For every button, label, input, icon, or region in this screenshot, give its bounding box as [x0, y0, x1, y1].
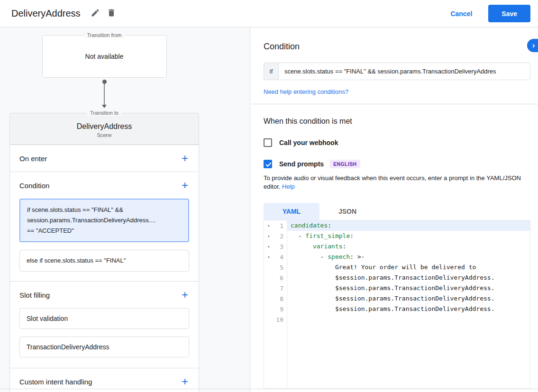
line-code: $session.params.TransactionDeliveryAddre… [287, 273, 530, 283]
transition-to-label: Transition to [87, 110, 121, 116]
editor-tabs: YAML JSON [264, 203, 530, 220]
editor-line[interactable]: ▾3 variants: [264, 241, 530, 252]
transition-from-label: Transition from [84, 32, 125, 38]
line-code: - first_simple: [287, 231, 530, 241]
transition-connector [100, 80, 109, 108]
scene-title: DeliveryAddress [10, 122, 199, 131]
trash-icon [107, 8, 116, 19]
slot-item[interactable]: TransactionDeliveryAddress [19, 337, 189, 357]
add-slot-button[interactable]: + [182, 289, 188, 301]
editor-line[interactable]: ▾4 - speech: >- [264, 252, 530, 262]
line-number: 4 [274, 254, 287, 261]
line-number: 6 [274, 274, 287, 282]
prompt-description: To provide audio or visual feedback when… [264, 174, 530, 191]
title-group: DeliveryAddress [11, 6, 119, 22]
editor-line[interactable]: 5 Great! Your order will be delivered to [264, 262, 530, 273]
on-enter-label: On enter [19, 155, 47, 163]
condition-item[interactable]: if scene.slots.status == "FINAL" && sess… [19, 199, 189, 242]
line-number: 10 [274, 316, 287, 323]
language-badge: ENGLISH [330, 160, 360, 168]
connector-dot [102, 80, 107, 84]
app: DeliveryAddress Cancel Save Transition f… [0, 0, 538, 392]
editor-line[interactable]: 10 [264, 314, 530, 325]
condition-row: Condition + [10, 172, 199, 199]
line-number: 2 [274, 233, 287, 240]
line-number: 3 [274, 243, 287, 250]
condition-section-label: Condition [19, 182, 49, 190]
line-number: 5 [274, 264, 287, 271]
tab-json[interactable]: JSON [319, 203, 375, 220]
scene-subtitle: Scene [10, 132, 199, 138]
chevron-right-icon: › [532, 41, 535, 50]
page-title: DeliveryAddress [11, 8, 81, 19]
transition-from-value: Not available [85, 53, 124, 60]
line-code: $session.params.TransactionDeliveryAddre… [287, 283, 530, 293]
line-number: 7 [274, 285, 287, 292]
bottom-divider [0, 389, 538, 389]
topbar-actions: Cancel Save [443, 5, 530, 22]
slot-filling-label: Slot filling [19, 291, 50, 299]
section-divider [250, 104, 538, 104]
condition-detail-panel: › Condition if Need help entering condit… [250, 27, 538, 392]
editor-line[interactable]: 9 $session.params.TransactionDeliveryAdd… [264, 304, 530, 314]
send-prompts-checkbox[interactable] [264, 160, 272, 168]
add-on-enter-button[interactable]: + [182, 153, 188, 164]
line-code: $session.params.TransactionDeliveryAddre… [287, 304, 530, 314]
add-condition-button[interactable]: + [182, 180, 188, 191]
editor-line[interactable]: 7 $session.params.TransactionDeliveryAdd… [264, 283, 530, 293]
yaml-editor-lines: ▾1candidates:▾2 - first_simple:▾3 varian… [264, 220, 530, 325]
line-code: - speech: >- [287, 252, 530, 262]
webhook-label: Call your webhook [279, 139, 338, 146]
condition-expression-row: if [264, 63, 530, 80]
section-slot-filling: Slot filling + Slot validation Transacti… [10, 281, 199, 357]
editor-line[interactable]: 6 $session.params.TransactionDeliveryAdd… [264, 273, 530, 283]
cancel-button[interactable]: Cancel [443, 6, 480, 21]
line-code: $session.params.TransactionDeliveryAddre… [287, 293, 530, 304]
condition-heading: Condition [264, 42, 530, 52]
prompt-description-text: To provide audio or visual feedback when… [264, 174, 521, 190]
connector-line [104, 84, 105, 105]
line-number: 8 [274, 295, 287, 302]
send-prompts-label: Send prompts [279, 160, 324, 168]
edit-title-button[interactable] [87, 6, 103, 22]
webhook-checkbox[interactable] [264, 138, 272, 147]
fold-arrow-icon[interactable]: ▾ [264, 245, 274, 249]
slot-item[interactable]: Slot validation [19, 308, 189, 329]
transition-from-node: Transition from Not available [42, 35, 167, 78]
save-button[interactable]: Save [488, 5, 530, 22]
line-number: 9 [274, 306, 287, 313]
line-code: variants: [287, 241, 530, 252]
fold-arrow-icon[interactable]: ▾ [264, 224, 274, 228]
line-code: Great! Your order will be delivered to [287, 262, 530, 273]
fold-arrow-icon[interactable]: ▾ [264, 234, 274, 238]
help-link[interactable]: Help [282, 183, 295, 190]
expand-panel-button[interactable]: › [527, 39, 538, 52]
add-intent-button[interactable]: + [182, 376, 188, 387]
condition-item[interactable]: else if scene.slots.status == "FINAL" [19, 250, 189, 272]
editor-line[interactable]: 8 $session.params.TransactionDeliveryAdd… [264, 293, 530, 304]
content: Transition from Not available Transition… [0, 27, 538, 392]
custom-intent-label: Custom intent handling [19, 378, 92, 386]
top-bar: DeliveryAddress Cancel Save [0, 0, 538, 27]
if-label: if [264, 63, 278, 80]
condition-input[interactable] [278, 63, 530, 80]
pencil-icon [91, 8, 100, 19]
editor-line[interactable]: ▾1candidates: [264, 220, 530, 231]
slot-filling-row: Slot filling + [10, 282, 199, 308]
line-number: 1 [274, 222, 287, 229]
when-met-heading: When this condition is met [264, 117, 530, 126]
on-enter-row: On enter + [10, 145, 199, 172]
send-prompts-row[interactable]: Send prompts ENGLISH [264, 160, 530, 168]
yaml-editor[interactable]: ▾1candidates:▾2 - first_simple:▾3 varian… [264, 220, 530, 389]
tab-yaml[interactable]: YAML [264, 203, 319, 220]
scene-card: Transition to DeliveryAddress Scene On e… [9, 113, 199, 392]
scene-card-header[interactable]: DeliveryAddress Scene [10, 113, 199, 145]
editor-line[interactable]: ▾2 - first_simple: [264, 231, 530, 241]
section-condition: Condition + if scene.slots.status == "FI… [10, 172, 199, 272]
delete-scene-button[interactable] [103, 6, 119, 22]
arrow-down-icon [102, 105, 107, 108]
fold-arrow-icon[interactable]: ▾ [264, 255, 274, 259]
line-code [287, 314, 530, 325]
webhook-row[interactable]: Call your webhook [264, 138, 530, 147]
condition-help-link[interactable]: Need help entering conditions? [264, 88, 348, 95]
